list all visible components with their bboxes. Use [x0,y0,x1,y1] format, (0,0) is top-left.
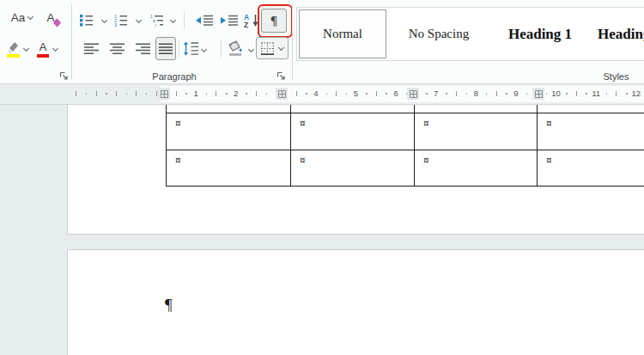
ruler-tick [326,93,328,95]
shading-button[interactable] [226,40,244,57]
ruler-tick [216,91,216,96]
ruler-tick [376,91,377,96]
ruler-tick [586,93,587,95]
dialog-launcher-font-icon[interactable] [58,70,70,82]
ribbon: Aa A A [0,0,644,84]
ruler-number: 1 [189,89,203,98]
chevron-down-icon[interactable] [52,46,58,52]
ruler-tick [136,91,137,96]
borders-icon [261,42,274,55]
end-of-cell-marker: ¤ [546,156,552,164]
eraser-icon [53,18,61,28]
ruler-tick [76,91,76,96]
numbering-button[interactable]: 1 2 3 [112,12,129,28]
ruler-tick [456,91,457,96]
line-spacing-button[interactable] [182,40,199,57]
ruler-tick [126,93,128,95]
table-grid-line [166,150,644,150]
ruler-tick [185,93,187,95]
ruler-tick [256,91,257,96]
justify-button[interactable] [155,37,176,60]
align-center-icon [110,43,125,55]
table: ¤¤¤¤¤¤¤¤ [68,105,644,234]
table-column-marker-icon[interactable] [276,88,288,100]
align-center-button[interactable] [108,40,125,57]
ruler-tick [116,91,117,96]
style-item-label: Heading [598,26,644,43]
table-column-marker-icon[interactable] [532,88,544,100]
chevron-down-icon[interactable] [170,18,176,24]
horizontal-ruler[interactable]: 12456789101112 [0,84,644,105]
chevron-down-icon[interactable] [248,47,254,53]
ruler-number: 7 [429,89,443,98]
chevron-down-icon[interactable] [136,18,142,24]
decrease-indent-icon [196,15,213,27]
increase-indent-icon [221,15,238,27]
dialog-launcher-paragraph-icon[interactable] [276,70,287,82]
ruler-tick [426,93,428,95]
ruler-number: 12 [629,89,643,98]
bullets-icon [80,14,93,27]
borders-button[interactable] [256,37,289,59]
svg-text:i: i [155,22,156,27]
chevron-down-icon[interactable] [278,46,284,52]
ruler-tick [496,91,497,96]
decrease-indent-button[interactable] [195,13,214,28]
ruler-number: 5 [349,89,363,98]
clear-formatting-button[interactable]: A [39,6,62,28]
bullets-button[interactable] [78,12,94,28]
table-grid-line [537,105,538,187]
ruler-number: 2 [229,89,243,98]
align-right-button[interactable] [134,40,151,57]
table-column-marker-icon[interactable] [407,88,419,100]
button-divider [184,12,185,28]
ruler-tick [306,93,307,95]
style-item-normal[interactable]: Normal [299,9,386,58]
table-grid-line [166,186,644,187]
ruler-tick [626,93,628,95]
table-grid-line [290,105,291,187]
styles-gallery: NormalNo SpacingHeading 1Heading [296,7,644,61]
chevron-down-icon[interactable] [27,15,33,21]
justify-icon [159,43,173,55]
styles-group-label: Styles [592,71,640,82]
page-1[interactable]: ¤¤¤¤¤¤¤¤ [67,105,644,235]
align-left-button[interactable] [82,40,100,57]
ruler-tick [336,91,337,96]
end-of-cell-marker: ¤ [423,119,429,127]
change-case-button[interactable]: Aa [5,7,39,28]
chevron-down-icon[interactable] [23,46,29,52]
ruler-tick [366,93,368,95]
ruler-tick [246,93,247,95]
table-grid-line [166,105,167,187]
font-color-bar [37,54,49,58]
font-color-button[interactable]: A [35,38,51,60]
align-left-icon [84,43,99,55]
ruler-tick [466,93,468,95]
increase-indent-button[interactable] [220,13,239,28]
chevron-down-icon[interactable] [201,47,207,53]
annotation-highlight-box [258,4,293,38]
chevron-down-icon[interactable] [101,18,107,24]
ruler-tick [266,93,268,95]
text-highlight-button[interactable] [3,38,22,60]
page-2[interactable]: ¶ [67,249,644,355]
ruler-tick [176,91,177,96]
style-item-heading[interactable]: Heading [591,8,644,60]
ruler-number: 6 [389,89,403,98]
document-area: ¤¤¤¤¤¤¤¤ ¶ [0,105,644,355]
ruler-tick [576,91,577,96]
end-of-cell-marker: ¤ [175,119,181,127]
paragraph-group-label: Paragraph [77,71,271,82]
font-color-letter: A [39,41,47,53]
end-of-cell-marker: ¤ [423,156,429,164]
style-item-no-spacing[interactable]: No Spacing [388,8,489,60]
style-item-heading-1[interactable]: Heading 1 [489,8,591,60]
table-grid-line [166,113,644,113]
numbering-icon: 1 2 3 [114,14,127,27]
table-column-marker-icon[interactable] [158,88,170,100]
ruler-tick [86,93,88,95]
table-grid-line [414,105,415,187]
multilevel-list-button[interactable]: 1 a i [149,12,165,28]
ruler-tick [386,93,387,95]
